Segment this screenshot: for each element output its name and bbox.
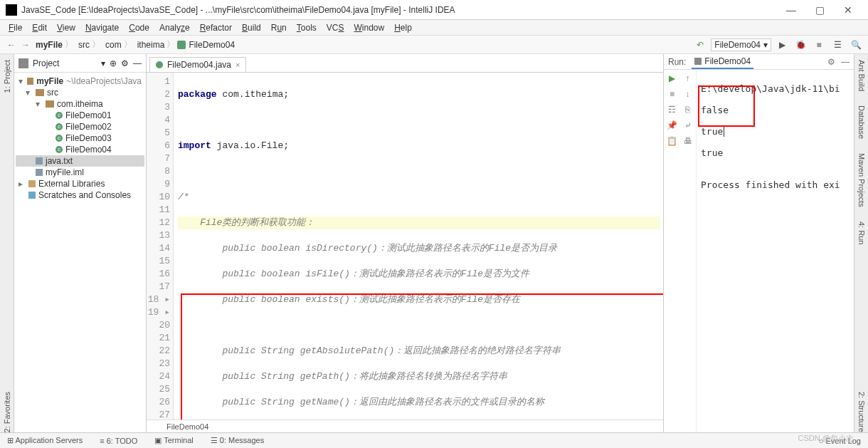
hide-icon[interactable]: — <box>133 58 142 68</box>
collapse-icon[interactable]: ⊕ <box>110 58 117 68</box>
project-label: Project <box>33 58 59 68</box>
tree-src: src <box>47 88 58 98</box>
chevron-down-icon[interactable]: ▾ <box>101 58 105 68</box>
search-icon[interactable]: 🔍 <box>848 37 864 53</box>
wrap-icon[interactable]: ⤶ <box>682 120 694 131</box>
crumb-file[interactable]: FileDemo04 <box>189 40 235 50</box>
tool-ant[interactable]: Ant Build <box>857 60 866 91</box>
tree-class: FileDemo04 <box>65 145 112 155</box>
tool-structure[interactable]: 2: Structure <box>857 392 866 432</box>
stop-icon[interactable]: ■ <box>667 88 678 100</box>
menu-window[interactable]: Window <box>349 21 388 34</box>
project-icon <box>18 58 28 68</box>
menu-view[interactable]: View <box>53 21 80 34</box>
close-button[interactable]: ✕ <box>834 4 862 16</box>
menu-edit[interactable]: Edit <box>28 21 51 34</box>
editor-tabs: FileDemo04.java× <box>147 54 663 73</box>
run-label: Run: <box>668 57 686 67</box>
down-icon[interactable]: ↓ <box>682 88 694 100</box>
menu-refactor[interactable]: Refactor <box>196 21 236 34</box>
tree-pkg: com.itheima <box>57 99 103 109</box>
project-sidebar: Project ▾ ⊕ ⚙ — ▾myFile ~\IdeaProjects\J… <box>14 54 147 432</box>
gutter: 123456789101112131415161718 ▸19 ▸2021222… <box>147 73 174 420</box>
tree-class: FileDemo01 <box>65 110 112 120</box>
menubar: File Edit View Navigate Code Analyze Ref… <box>0 20 868 36</box>
tree-class: FileDemo02 <box>65 122 112 132</box>
gear-icon[interactable]: ⚙ <box>121 58 129 68</box>
tool-database[interactable]: Database <box>857 105 866 139</box>
window-title: JavaSE_Code [E:\IdeaProjects\JavaSE_Code… <box>21 5 777 15</box>
crumb-com[interactable]: com <box>105 40 122 50</box>
nav-fwd-icon[interactable]: → <box>18 40 33 50</box>
tool-run[interactable]: 4: Run <box>857 222 866 244</box>
run-button[interactable]: ▶ <box>774 37 790 53</box>
app-icon <box>694 58 702 65</box>
export-icon[interactable]: ⎘ <box>682 104 694 115</box>
hide-icon[interactable]: — <box>841 57 850 67</box>
crumb-src[interactable]: src <box>78 40 90 50</box>
crumb-root[interactable]: myFile <box>36 40 63 50</box>
watermark: CSDN @包小志 <box>798 433 854 444</box>
run-panel: Run: FileDemo04 ⚙ — ▶↑ ■↓ ☶⎘ 📌⤶ 📋🖶 E:\de… <box>663 54 854 432</box>
app-logo-icon <box>6 4 17 16</box>
tree-iml: myFile.iml <box>46 167 84 177</box>
tree-class: FileDemo03 <box>65 133 112 143</box>
chevron-down-icon: ▾ <box>763 40 768 50</box>
stop-button[interactable]: ■ <box>811 37 827 53</box>
structure-icon[interactable]: ☰ <box>830 37 845 53</box>
nav-back-icon[interactable]: ← <box>4 40 18 50</box>
tool-favorites[interactable]: 2: Favorites <box>3 392 11 432</box>
class-icon <box>177 41 186 49</box>
status-messages[interactable]: ☰ 0: Messages <box>211 436 264 445</box>
back-arrow-icon[interactable]: ↶ <box>692 37 708 53</box>
tool-project[interactable]: 1: Project <box>3 60 11 93</box>
pin-icon[interactable]: 📌 <box>667 120 678 131</box>
menu-code[interactable]: Code <box>125 21 154 34</box>
print-icon[interactable]: 🖶 <box>682 135 694 147</box>
right-tool-strip: Ant Build Database Maven Projects 4: Run… <box>854 54 868 432</box>
editor-breadcrumb[interactable]: FileDemo04 <box>147 420 663 432</box>
menu-analyze[interactable]: Analyze <box>155 21 194 34</box>
minimize-button[interactable]: — <box>777 4 805 16</box>
editor-tab[interactable]: FileDemo04.java× <box>149 57 246 72</box>
menu-build[interactable]: Build <box>238 21 265 34</box>
run-tab[interactable]: FileDemo04 <box>692 55 753 69</box>
menu-file[interactable]: File <box>4 21 26 34</box>
menu-vcs[interactable]: VCS <box>322 21 349 34</box>
tree-javatxt: java.txt <box>46 156 73 166</box>
maximize-button[interactable]: ▢ <box>805 4 834 16</box>
close-tab-icon[interactable]: × <box>235 61 240 69</box>
tool-maven[interactable]: Maven Projects <box>857 153 866 207</box>
class-icon <box>156 61 163 68</box>
status-appservers[interactable]: ⊞ Application Servers <box>7 436 83 445</box>
project-tree[interactable]: ▾myFile ~\IdeaProjects\Java ▾src ▾com.it… <box>14 73 146 432</box>
debug-button[interactable]: 🐞 <box>793 37 808 53</box>
status-todo[interactable]: ≡ 6: TODO <box>100 437 137 445</box>
menu-navigate[interactable]: Navigate <box>81 21 123 34</box>
menu-run[interactable]: Run <box>267 21 291 34</box>
menu-help[interactable]: Help <box>390 21 416 34</box>
layout-icon[interactable]: ☶ <box>667 104 678 115</box>
run-config-dropdown[interactable]: FileDemo04▾ <box>711 38 771 51</box>
run-toolbar: ▶↑ ■↓ ☶⎘ 📌⤶ 📋🖶 <box>664 70 697 432</box>
tree-scratch: Scratches and Consoles <box>38 190 131 200</box>
left-tool-strip: 1: Project 2: Favorites <box>0 54 14 432</box>
gear-icon[interactable]: ⚙ <box>827 57 835 67</box>
run-output[interactable]: E:\develop\Java\jdk-11\bi false true tru… <box>697 70 854 432</box>
rerun-icon[interactable]: ▶ <box>667 73 678 84</box>
titlebar: JavaSE_Code [E:\IdeaProjects\JavaSE_Code… <box>0 0 868 20</box>
tree-myfile: myFile <box>36 76 63 86</box>
menu-tools[interactable]: Tools <box>292 21 321 34</box>
navigation-bar: ← → myFile 〉 src 〉 com 〉 itheima 〉 FileD… <box>0 36 868 54</box>
up-icon[interactable]: ↑ <box>682 73 694 84</box>
status-terminal[interactable]: ▣ Terminal <box>154 436 193 445</box>
tree-extlib: External Libraries <box>38 179 105 189</box>
status-bar: ⊞ Application Servers ≡ 6: TODO ▣ Termin… <box>0 432 868 448</box>
crumb-pkg[interactable]: itheima <box>137 40 165 50</box>
editor: FileDemo04.java× 12345678910111213141516… <box>147 54 663 432</box>
code-area[interactable]: package com.itheima; import java.io.File… <box>174 73 663 420</box>
trash-icon[interactable]: 📋 <box>667 135 678 147</box>
